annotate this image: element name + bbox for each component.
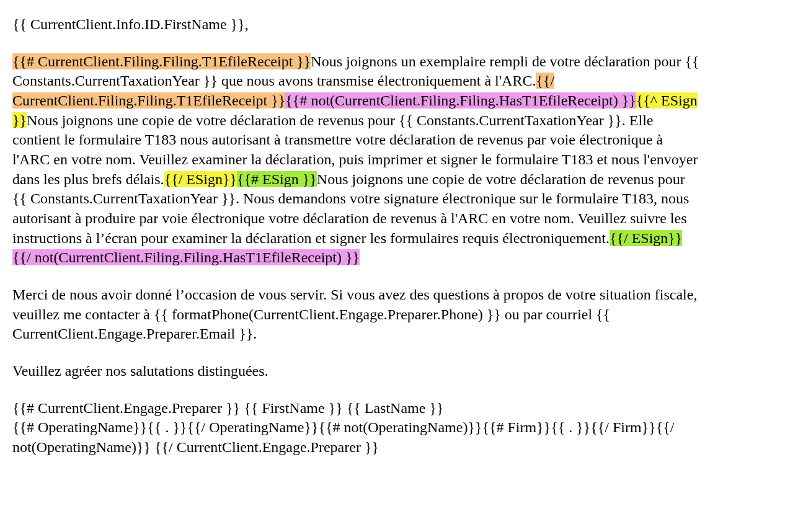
contact-paragraph: Merci de nous avoir donné l’occasion de …: [12, 285, 701, 344]
tag-esign-close: {{/ ESign}}: [610, 230, 682, 246]
body-text: Nous joignons une copie de votre déclara…: [317, 171, 685, 187]
document-body: {{ CurrentClient.Info.ID.FirstName }}, {…: [0, 0, 785, 482]
body-text: Nous joignons un exemplaire rempli de vo…: [311, 53, 685, 69]
main-paragraph: {{# CurrentClient.Filing.Filing.T1EfileR…: [12, 52, 701, 268]
tag-open-not-receipt: {{#: [285, 92, 311, 109]
signoff-text: Veuillez agréer nos salutations distingu…: [12, 363, 268, 379]
signature-line-2: {{# OperatingName}}{{ . }}{{/ OperatingN…: [12, 418, 701, 457]
preparer-firstname: {{ FirstName }}: [240, 400, 346, 416]
greeting-text: {{ CurrentClient.Info.ID.FirstName }},: [12, 16, 249, 32]
tag-open-preparer: {{# CurrentClient.Engage.Preparer }}: [12, 400, 240, 416]
preparer-lastname: {{ LastName }}: [347, 400, 444, 416]
body-text: Nous joignons une copie de votre déclara…: [27, 112, 399, 128]
signoff-line: Veuillez agréer nos salutations distingu…: [12, 361, 701, 381]
signature-line-1: {{# CurrentClient.Engage.Preparer }} {{ …: [12, 399, 701, 419]
body-text: .: [253, 326, 257, 342]
tag-esign-inverted-close: {{/ ESign}}: [164, 171, 237, 187]
tag-esign-open: {{# ESign }}: [237, 171, 317, 187]
body-text: ou par courriel: [501, 306, 596, 322]
body-text: que nous avons transmise électroniquemen…: [218, 73, 536, 89]
greeting-line: {{ CurrentClient.Info.ID.FirstName }},: [12, 15, 701, 35]
tag-open-not-receipt: not(CurrentClient.Filing.Filing.HasT1Efi…: [311, 92, 636, 109]
firm-line: {{# OperatingName}}{{ . }}{{/ OperatingN…: [12, 419, 674, 455]
tag-close-not-receipt: {{/ not(CurrentClient.Filing.Filing.HasT…: [12, 249, 360, 265]
preparer-phone-placeholder: {{ formatPhone(CurrentClient.Engage.Prep…: [154, 306, 501, 322]
tax-year-placeholder: {{ Constants.CurrentTaxationYear }}: [399, 112, 622, 128]
tag-open-receipt: {{# CurrentClient.Filing.Filing.T1EfileR…: [12, 53, 311, 69]
tax-year-placeholder: {{ Constants.CurrentTaxationYear }}: [12, 190, 236, 206]
